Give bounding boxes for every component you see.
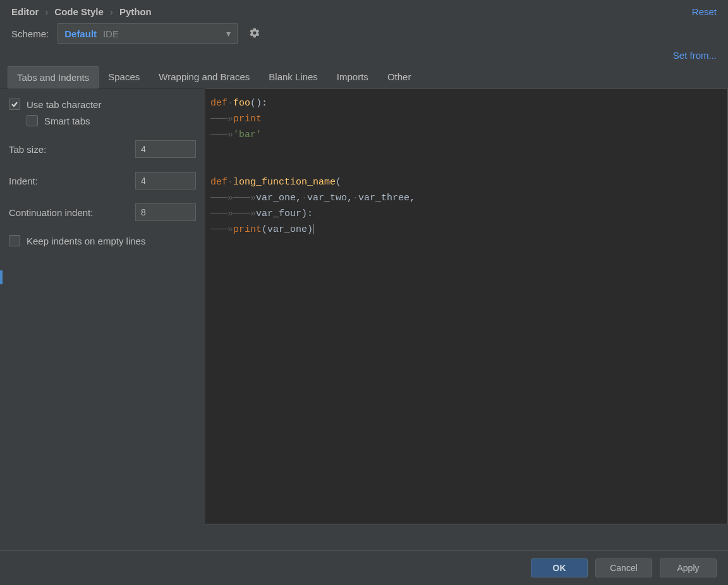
chevron-right-icon: › (110, 6, 113, 17)
breadcrumb: Editor › Code Style › Python (11, 6, 152, 17)
cont-indent-input[interactable] (135, 203, 196, 221)
button-bar: OK Cancel Apply (0, 550, 728, 585)
apply-button[interactable]: Apply (660, 558, 717, 577)
set-from-link[interactable]: Set from... (673, 50, 717, 61)
chevron-right-icon: › (45, 6, 48, 17)
smart-tabs-checkbox[interactable] (27, 115, 38, 126)
breadcrumb-codestyle[interactable]: Code Style (54, 6, 104, 17)
breadcrumb-editor[interactable]: Editor (11, 6, 39, 17)
code-preview: def·foo(): ───»print ───»'bar' def·long_… (205, 88, 728, 524)
tab-spaces[interactable]: Spaces (99, 66, 149, 88)
tab-size-input[interactable] (135, 140, 196, 158)
scheme-select[interactable]: Default IDE ▾ (58, 23, 238, 44)
ok-button[interactable]: OK (531, 558, 588, 577)
indent-label: Indent: (9, 176, 38, 186)
gear-icon[interactable] (246, 25, 263, 43)
use-tab-checkbox[interactable] (9, 99, 20, 110)
reset-link[interactable]: Reset (692, 6, 717, 17)
smart-tabs-label: Smart tabs (44, 116, 90, 126)
settings-panel: Use tab character Smart tabs Tab size: I… (0, 88, 205, 524)
keep-empty-label: Keep indents on empty lines (27, 236, 145, 246)
cont-indent-label: Continuation indent: (9, 207, 93, 218)
keep-empty-checkbox[interactable] (9, 235, 20, 246)
scheme-name: Default (64, 28, 97, 39)
cancel-button[interactable]: Cancel (595, 558, 652, 577)
indent-input[interactable] (135, 172, 196, 190)
tab-other[interactable]: Other (378, 66, 421, 88)
tab-blank-lines[interactable]: Blank Lines (259, 66, 327, 88)
use-tab-label: Use tab character (27, 99, 101, 110)
tab-wrapping[interactable]: Wrapping and Braces (149, 66, 259, 88)
scheme-label: Scheme: (11, 28, 49, 39)
scheme-suffix: IDE (103, 28, 119, 39)
focus-indicator (0, 270, 3, 284)
tab-size-label: Tab size: (9, 144, 46, 155)
tab-imports[interactable]: Imports (327, 66, 378, 88)
text-cursor (313, 224, 313, 234)
tab-bar: Tabs and Indents Spaces Wrapping and Bra… (0, 66, 728, 88)
chevron-down-icon: ▾ (226, 28, 231, 39)
tab-tabs-indents[interactable]: Tabs and Indents (8, 66, 99, 88)
breadcrumb-python[interactable]: Python (119, 6, 152, 17)
